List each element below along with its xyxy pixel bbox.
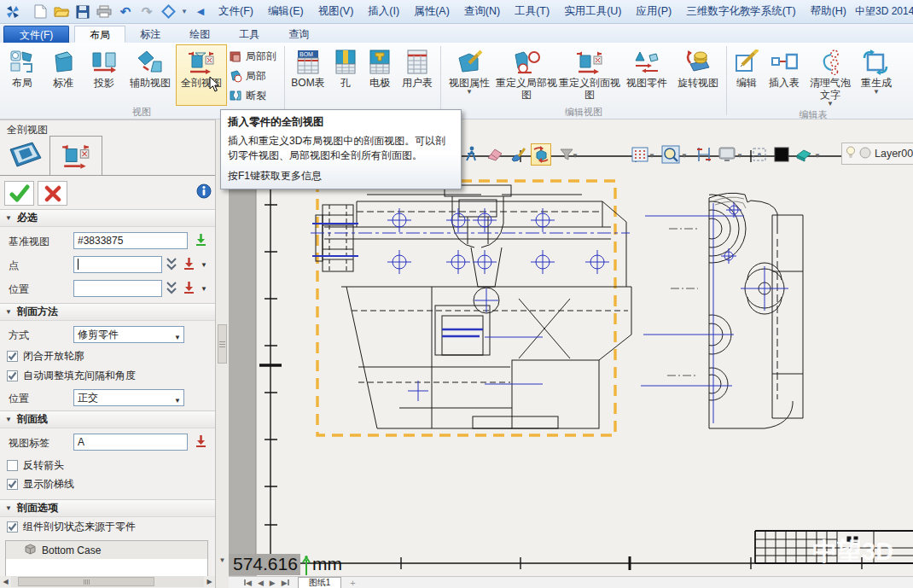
point-input[interactable]: [73, 256, 162, 273]
section-header-hatch[interactable]: ▼ 剖面线: [0, 410, 215, 428]
menu-3d-teaching-system[interactable]: 三维数字化教学系统(T): [680, 2, 801, 21]
dropdown-arrow-icon[interactable]: ▼: [572, 152, 579, 160]
bom-table-button[interactable]: BOM BOM表: [288, 44, 329, 106]
section-header-method[interactable]: ▼ 剖面方法: [0, 303, 215, 321]
checkbox-checked-icon[interactable]: [7, 479, 18, 490]
rotate-view-button[interactable]: 旋转视图: [672, 44, 724, 106]
lightbulb-icon[interactable]: [846, 146, 856, 161]
open-folder-icon[interactable]: [52, 3, 71, 20]
dropdown-arrow-icon[interactable]: ▼: [466, 89, 473, 96]
scrollbar-thumb[interactable]: [18, 577, 154, 586]
dropdown-arrow-icon[interactable]: ▼: [180, 3, 189, 20]
show-step-checkbox-row[interactable]: 显示阶梯线: [7, 477, 74, 492]
pick-point-icon[interactable]: [182, 257, 197, 272]
paintbrush-icon[interactable]: [509, 143, 529, 166]
info-button[interactable]: [196, 183, 212, 199]
redo-icon[interactable]: ↷: [137, 3, 156, 20]
menu-edit[interactable]: 编辑(E): [262, 2, 310, 21]
tab-tools[interactable]: 工具: [224, 26, 274, 43]
view-navigation-icon[interactable]: [159, 3, 177, 20]
menu-file[interactable]: 文件(F): [212, 2, 259, 21]
last-sheet-icon[interactable]: ▶: [282, 579, 289, 587]
section-header-options[interactable]: ▼ 剖面选项: [0, 499, 215, 517]
section-header-required[interactable]: ▼ 必选: [0, 209, 215, 227]
local-section-button[interactable]: 局部剖: [227, 48, 282, 65]
tab-inquire[interactable]: 查询: [274, 26, 323, 43]
shaded-display-icon[interactable]: [794, 143, 814, 166]
collapse-toolbar-icon[interactable]: ◀: [191, 3, 210, 20]
view-attributes-button[interactable]: 视图属性 ▼: [444, 44, 495, 106]
base-view-input[interactable]: #3833875: [73, 232, 188, 249]
menu-view[interactable]: 视图(V): [312, 2, 360, 21]
selection-box-icon[interactable]: [749, 143, 770, 166]
scroll-right-icon[interactable]: ▶: [204, 576, 215, 587]
redefine-section-view-button[interactable]: 重定义剖面视图: [558, 44, 621, 106]
view-tag-input[interactable]: A: [73, 434, 188, 451]
point-grid-icon[interactable]: [630, 143, 650, 166]
panel-vertical-scrollbar[interactable]: ▲ ▼: [215, 119, 229, 588]
checkbox-checked-icon[interactable]: [7, 351, 18, 362]
panel-horizontal-scrollbar[interactable]: ◀ ▶: [0, 576, 215, 587]
layer-color-icon[interactable]: [859, 147, 871, 161]
add-sheet-icon[interactable]: +: [341, 577, 363, 588]
pick-tag-icon[interactable]: [194, 434, 209, 450]
zoom-tool-icon[interactable]: [660, 143, 681, 166]
tab-annotation[interactable]: 标注: [125, 26, 175, 43]
clip-plane-icon[interactable]: [694, 143, 714, 166]
mode-select[interactable]: 修剪零件▼: [73, 326, 184, 343]
menu-attributes[interactable]: 属性(A): [408, 2, 456, 21]
undo-icon[interactable]: ↶: [116, 3, 135, 20]
position-options-dropdown-icon[interactable]: ▼: [201, 285, 207, 293]
insert-table-button[interactable]: 插入表: [764, 44, 805, 108]
ok-button[interactable]: [4, 181, 34, 206]
broken-view-button[interactable]: 断裂: [227, 87, 282, 104]
position-input[interactable]: [73, 280, 162, 297]
clean-balloon-text-button[interactable]: 清理气泡文字 ▼: [805, 44, 856, 108]
next-sheet-icon[interactable]: ▶: [270, 579, 276, 587]
location-select[interactable]: 正交▼: [73, 389, 184, 406]
pick-base-view-icon[interactable]: [194, 233, 209, 248]
closed-profile-checkbox-row[interactable]: 闭合开放轮廓: [7, 349, 84, 364]
component-list[interactable]: Bottom Case: [5, 540, 208, 578]
menu-utilities[interactable]: 实用工具(U): [558, 2, 627, 21]
dropdown-arrow-icon[interactable]: ▼: [736, 152, 743, 160]
file-menu-button[interactable]: 文件(F): [3, 26, 69, 43]
view-parts-button[interactable]: 视图零件: [621, 44, 672, 106]
background-color-icon[interactable]: [771, 143, 792, 166]
redefine-detail-view-button[interactable]: 重定义局部视图: [495, 44, 558, 106]
dropdown-arrow-icon[interactable]: ▼: [873, 89, 880, 96]
walk-through-icon[interactable]: [461, 143, 481, 166]
cancel-button[interactable]: [38, 181, 67, 206]
flip-arrow-checkbox-row[interactable]: 反转箭头: [7, 458, 64, 473]
standard-view-button[interactable]: 标准: [43, 44, 84, 106]
dropdown-arrow-icon[interactable]: ▼: [681, 152, 688, 160]
new-file-icon[interactable]: [31, 3, 49, 20]
hole-table-button[interactable]: 孔: [329, 44, 363, 106]
menu-inquire[interactable]: 查询(N): [458, 2, 506, 21]
regenerate-button[interactable]: 重生成 ▼: [856, 44, 897, 108]
full-section-view-button[interactable]: 全剖视图: [176, 44, 227, 106]
sheet-tab[interactable]: 图纸1: [298, 577, 342, 588]
first-sheet-icon[interactable]: ◀: [244, 579, 252, 587]
layout-button[interactable]: 布局: [2, 44, 43, 106]
eraser-icon[interactable]: [485, 143, 505, 166]
section-tool-active-icon[interactable]: [531, 143, 551, 166]
menu-help[interactable]: 帮助(H): [805, 2, 852, 21]
panel-3d-tab[interactable]: [7, 139, 44, 172]
layer-selector[interactable]: Layer0000: [841, 143, 913, 165]
edit-button[interactable]: 编辑: [730, 44, 764, 108]
dropdown-arrow-icon[interactable]: ▼: [827, 101, 834, 108]
scrollbar-thumb[interactable]: [218, 324, 227, 364]
menu-tools[interactable]: 工具(T): [509, 2, 555, 21]
detail-view-button[interactable]: 局部: [227, 67, 282, 84]
panel-section-tab-active[interactable]: [49, 136, 102, 176]
checkbox-unchecked-icon[interactable]: [7, 460, 18, 471]
scrollbar-track[interactable]: [11, 576, 204, 587]
checkbox-checked-icon[interactable]: [7, 370, 18, 381]
pick-position-icon[interactable]: [182, 281, 197, 296]
scroll-down-icon[interactable]: ▼: [218, 556, 227, 564]
dropdown-arrow-icon[interactable]: ▼: [648, 152, 655, 160]
component-state-checkbox-row[interactable]: 组件剖切状态来源于零件: [7, 520, 136, 534]
point-options-dropdown-icon[interactable]: ▼: [201, 261, 207, 269]
auxiliary-view-button[interactable]: 辅助视图: [125, 44, 176, 106]
